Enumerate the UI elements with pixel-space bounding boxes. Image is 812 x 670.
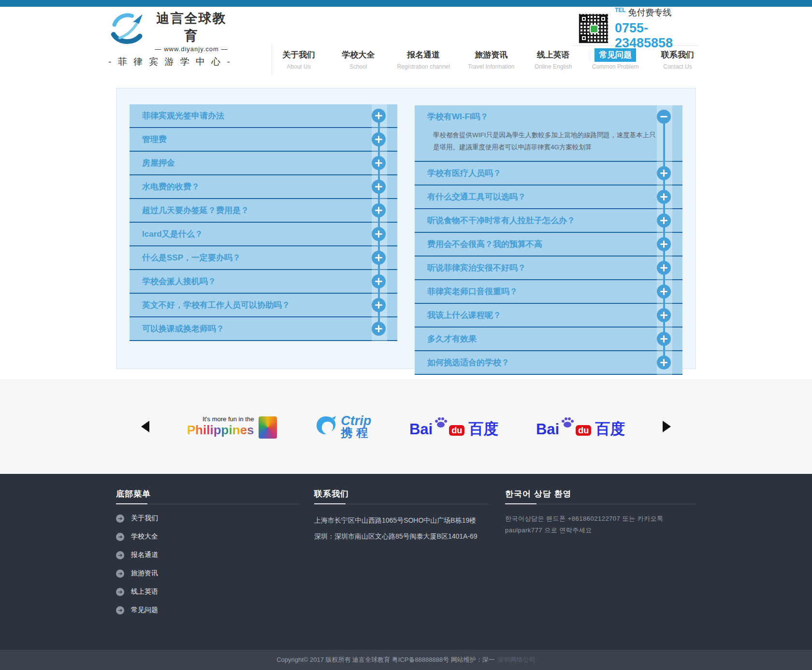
nav-item[interactable]: 报名通道 Registration channel: [397, 48, 450, 70]
expand-toggle-icon[interactable]: [372, 156, 386, 170]
faq-item[interactable]: 管理费: [130, 128, 397, 152]
nav-item[interactable]: 常见问题 Common Problem: [592, 48, 639, 70]
expand-toggle-icon[interactable]: [657, 356, 671, 370]
footer-divider: [505, 504, 696, 504]
faq-column-right: 学校有WI-FI吗？ 學校都會提供WIFI只是因為學生人數較多加上當地的線路問題…: [415, 105, 682, 375]
partner-logo-baidu[interactable]: Bai du 百度: [409, 416, 498, 437]
footer-contact-title: 联系我们: [314, 488, 349, 499]
footer-menu-item[interactable]: ➜ 学校大全: [116, 527, 158, 546]
faq-item[interactable]: lcard又是什么？: [130, 223, 397, 246]
nav-item-label: 常见问题: [594, 48, 636, 62]
faq-item[interactable]: 学校有医疗人员吗？: [415, 162, 682, 185]
faq-item[interactable]: 超过几天要办签延？费用是？: [130, 199, 397, 223]
expand-toggle-icon[interactable]: [372, 227, 386, 241]
nav-item-sublabel: Contact Us: [657, 63, 698, 70]
hotline-label: 免付费专线: [628, 8, 671, 17]
footer-menu-label: 常见问题: [131, 606, 158, 614]
footer-menu-column: 底部菜单 ➜ 关于我们 ➜ 学校大全 ➜ 报名通道: [116, 474, 300, 650]
faq-question: 超过几天要办签延？费用是？: [130, 199, 397, 222]
faq-item[interactable]: 学校有WI-FI吗？ 學校都會提供WIFI只是因為學生人數較多加上當地的線路問題…: [415, 105, 682, 162]
footer-menu-item[interactable]: ➜ 关于我们: [116, 509, 158, 527]
baidu-wordmark-en: Bai: [536, 422, 559, 437]
faq-item[interactable]: 如何挑选适合的学校？: [415, 351, 682, 375]
arrow-circle-icon: ➜: [116, 588, 124, 596]
faq-question: 学校有医疗人员吗？: [415, 162, 682, 185]
expand-toggle-icon[interactable]: [657, 110, 671, 124]
faq-question: 英文不好，学校有工作人员可以协助吗？: [130, 294, 397, 316]
expand-toggle-icon[interactable]: [657, 190, 671, 204]
site-logo[interactable]: 迪言全球教育 — www.diyanjy.com — - 菲 律 宾 游 学 中…: [107, 10, 233, 68]
tel-tag: TEL: [615, 7, 626, 14]
faq-item[interactable]: 水电费的收费？: [130, 175, 397, 199]
faq-item[interactable]: 听说食物不干净时常有人拉肚子怎么办？: [415, 209, 682, 233]
expand-toggle-icon[interactable]: [372, 274, 386, 288]
prev-arrow-icon[interactable]: [141, 421, 149, 432]
copyright-company-link[interactable]: 深圳网络公司: [498, 656, 536, 664]
expand-toggle-icon[interactable]: [372, 109, 386, 123]
expand-toggle-icon[interactable]: [657, 214, 671, 228]
hotline-block: TEL 免付费专线 0755- 23485858: [615, 7, 673, 50]
nav-item[interactable]: 联系我们 Contact Us: [657, 48, 698, 70]
nav-item-sublabel: School: [337, 63, 379, 70]
korean-contact-line1: 한국어상담은 핸드폰 +8618602122707 또는 카카오톡: [505, 514, 664, 523]
footer-contact-column: 联系我们 上海市长宁区中山西路1065号SOHO中山广场B栋19楼 深圳：深圳市…: [314, 474, 488, 650]
faq-question: 如何挑选适合的学校？: [415, 351, 682, 374]
faq-item[interactable]: 费用会不会很高？我的预算不高: [415, 233, 682, 257]
footer-menu-item[interactable]: ➜ 旅游资讯: [116, 564, 158, 583]
faq-item[interactable]: 英文不好，学校有工作人员可以协助吗？: [130, 294, 397, 317]
nav-item[interactable]: 旅游资讯 Travel Information: [468, 48, 514, 70]
expand-toggle-icon[interactable]: [372, 180, 386, 194]
nav-item[interactable]: 关于我们 About Us: [278, 48, 319, 70]
faq-item[interactable]: 多久才有效果: [415, 328, 682, 351]
expand-toggle-icon[interactable]: [372, 298, 386, 312]
footer-menu-item[interactable]: ➜ 常见问题: [116, 601, 158, 619]
faq-item[interactable]: 听说菲律宾治安很不好吗？: [415, 257, 682, 280]
expand-toggle-icon[interactable]: [657, 285, 671, 299]
partner-logo-philippines[interactable]: It's more fun in the Philippines: [187, 415, 277, 438]
line-app-icon: [590, 25, 598, 33]
footer-divider: [314, 504, 488, 504]
faq-item[interactable]: 我该上什么课程呢？: [415, 304, 682, 328]
faq-question: 水电费的收费？: [130, 175, 397, 198]
footer-menu-label: 报名通道: [131, 551, 158, 559]
brand-url: — www.diyanjy.com —: [150, 45, 233, 53]
faq-question: 学校有WI-FI吗？: [415, 105, 682, 128]
expand-toggle-icon[interactable]: [372, 251, 386, 265]
expand-toggle-icon[interactable]: [372, 132, 386, 146]
footer-divider: [116, 504, 300, 504]
next-arrow-icon[interactable]: [663, 421, 671, 432]
nav-item-sublabel: Online English: [533, 63, 574, 70]
partners-carousel: It's more fun in the Philippines Ctrip 携…: [0, 379, 812, 474]
expand-toggle-icon[interactable]: [657, 332, 671, 346]
nav-item[interactable]: 学校大全 School: [337, 48, 379, 70]
faq-item[interactable]: 学校会派人接机吗？: [130, 270, 397, 294]
faq-item[interactable]: 可以换课或换老师吗？: [130, 317, 397, 341]
nav-item-sublabel: Registration channel: [397, 63, 450, 70]
partner-logo-baidu[interactable]: Bai du 百度: [536, 416, 625, 437]
expand-toggle-icon[interactable]: [372, 203, 386, 217]
expand-toggle-icon[interactable]: [657, 308, 671, 322]
faq-item[interactable]: 房屋押金: [130, 152, 397, 175]
faq-item[interactable]: 菲律宾观光签申请办法: [130, 104, 397, 128]
ctrip-wordmark-en: Ctrip: [341, 414, 372, 427]
faq-item[interactable]: 什么是SSP，一定要办吗？: [130, 246, 397, 270]
baidu-du-badge: du: [576, 425, 591, 436]
expand-toggle-icon[interactable]: [657, 237, 671, 251]
footer-menu-item[interactable]: ➜ 线上英语: [116, 583, 158, 601]
site-header: 迪言全球教育 — www.diyanjy.com — - 菲 律 宾 游 学 中…: [0, 7, 812, 75]
faq-question: 可以换课或换老师吗？: [130, 317, 397, 340]
baidu-du-badge: du: [449, 425, 464, 436]
faq-item[interactable]: 菲律宾老师口音很重吗？: [415, 280, 682, 304]
footer-menu-item[interactable]: ➜ 报名通道: [116, 546, 158, 564]
expand-toggle-icon[interactable]: [372, 322, 386, 336]
expand-toggle-icon[interactable]: [657, 261, 671, 275]
faq-panel: 菲律宾观光签申请办法 管理费 房屋押金 水电费的收费？: [116, 88, 696, 369]
faq-question: 管理费: [130, 128, 397, 151]
expand-toggle-icon[interactable]: [657, 166, 671, 180]
nav-item[interactable]: 线上英语 Online English: [533, 48, 574, 70]
partner-logo-ctrip[interactable]: Ctrip 携程: [315, 414, 372, 439]
nav-item-label: 旅游资讯: [470, 48, 512, 62]
faq-item[interactable]: 有什么交通工具可以选吗？: [415, 185, 682, 209]
arrow-circle-icon: ➜: [116, 570, 124, 578]
nav-item-sublabel: About Us: [278, 63, 319, 70]
